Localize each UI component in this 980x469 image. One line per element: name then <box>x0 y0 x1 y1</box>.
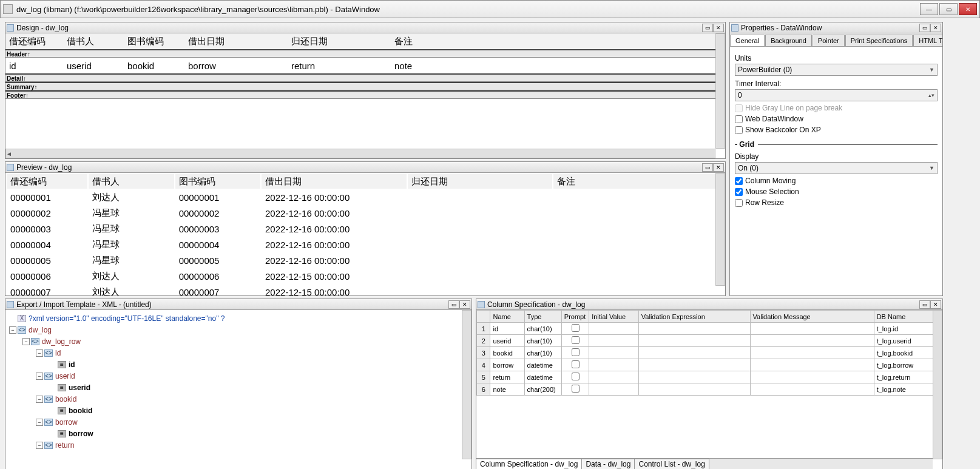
tree-node[interactable]: −<>borrow <box>9 416 468 428</box>
show-backcolor-checkbox[interactable] <box>735 126 743 134</box>
tree-node[interactable]: −<>bookid <box>9 393 468 405</box>
column-header[interactable]: 归还日期 <box>408 174 553 189</box>
column-header[interactable] <box>477 311 490 323</box>
summary-band[interactable]: Summary↑ <box>5 82 725 90</box>
tree-expander[interactable]: − <box>36 419 43 426</box>
close-button[interactable]: ✕ <box>959 3 977 15</box>
tree-expander[interactable]: − <box>22 338 30 345</box>
table-row[interactable]: 3bookidchar(10)t_log.bookid <box>477 347 942 359</box>
header-cell[interactable]: 备注 <box>391 35 512 49</box>
column-header[interactable]: 备注 <box>553 174 724 189</box>
vertical-scrollbar[interactable] <box>715 33 725 149</box>
pane-maximize-button[interactable]: ▭ <box>919 24 930 32</box>
header-band[interactable]: Header↑ <box>5 49 725 58</box>
prompt-checkbox[interactable] <box>572 360 580 368</box>
column-spec-table[interactable]: NameTypePromptInitial ValueValidation Ex… <box>476 310 942 396</box>
horizontal-scrollbar[interactable]: ◄ <box>5 149 715 158</box>
header-cell[interactable]: 借书人 <box>63 35 124 49</box>
pane-close-button[interactable]: ✕ <box>713 163 724 172</box>
tree-node[interactable]: ≡userid <box>9 382 468 393</box>
prompt-checkbox[interactable] <box>572 348 580 356</box>
tree-node[interactable]: −<>id <box>9 347 468 359</box>
prompt-checkbox[interactable] <box>572 324 580 332</box>
table-row[interactable]: 00000004冯星球000000042022-12-16 00:00:00 <box>7 237 724 252</box>
bottom-tab[interactable]: Column Specification - dw_log <box>476 459 582 470</box>
tree-node[interactable]: ≡id <box>9 359 468 370</box>
header-cell[interactable]: 借还编码 <box>5 35 63 49</box>
pane-maximize-button[interactable]: ▭ <box>702 163 713 172</box>
display-dropdown[interactable]: On (0)▼ <box>735 162 938 174</box>
vertical-scrollbar[interactable] <box>933 310 942 459</box>
header-cell[interactable]: 归还日期 <box>288 35 391 49</box>
column-header[interactable]: 借书人 <box>89 174 174 189</box>
tree-node[interactable]: X?xml version="1.0" encoding="UTF-16LE" … <box>9 312 468 324</box>
tab-background[interactable]: Background <box>765 35 812 46</box>
column-header[interactable]: Initial Value <box>589 311 639 323</box>
pane-maximize-button[interactable]: ▭ <box>448 300 459 309</box>
pane-close-button[interactable]: ✕ <box>713 24 724 32</box>
tree-expander[interactable]: − <box>36 442 43 449</box>
tree-node[interactable]: −<>dw_log_row <box>9 336 468 347</box>
column-header[interactable]: Prompt <box>561 311 589 323</box>
tab-general[interactable]: General <box>730 35 765 46</box>
table-row[interactable]: 00000007刘达人000000072022-12-15 00:00:00 <box>7 285 724 295</box>
web-datawindow-checkbox[interactable] <box>735 115 743 123</box>
pane-close-button[interactable]: ✕ <box>459 300 470 309</box>
tree-expander[interactable]: − <box>36 396 43 403</box>
minimize-button[interactable]: — <box>920 3 938 15</box>
detail-band[interactable]: Detail↑ <box>5 73 725 82</box>
table-row[interactable]: 1idchar(10)t_log.id <box>477 323 942 335</box>
table-row[interactable]: 00000003冯星球000000032022-12-16 00:00:00 <box>7 221 724 236</box>
column-header[interactable]: Validation Expression <box>638 311 750 323</box>
table-row[interactable]: 00000006刘达人000000062022-12-15 00:00:00 <box>7 269 724 283</box>
row-resize-checkbox[interactable] <box>735 199 743 207</box>
design-detail-row[interactable]: iduseridbookidborrowreturnnote <box>5 58 725 73</box>
column-header[interactable]: Name <box>490 311 524 323</box>
vertical-scrollbar[interactable] <box>462 310 471 459</box>
table-row[interactable]: 5returndatetimet_log.return <box>477 371 942 383</box>
column-header[interactable]: 图书编码 <box>175 174 260 189</box>
bottom-tab[interactable]: Control List - dw_log <box>634 459 709 470</box>
mouse-selection-checkbox[interactable] <box>735 188 743 196</box>
tree-node[interactable]: −<>userid <box>9 370 468 382</box>
tab-pointer[interactable]: Pointer <box>813 35 845 46</box>
maximize-button[interactable]: ▭ <box>939 3 958 15</box>
tree-node[interactable]: ≡bookid <box>9 405 468 416</box>
column-header[interactable]: DB Name <box>874 311 942 323</box>
detail-cell[interactable]: note <box>391 59 512 72</box>
tree-expander[interactable]: − <box>9 326 16 334</box>
table-row[interactable]: 00000005冯星球000000052022-12-16 00:00:00 <box>7 253 724 268</box>
column-header[interactable]: 借出日期 <box>262 174 407 189</box>
prompt-checkbox[interactable] <box>572 373 580 380</box>
detail-cell[interactable]: return <box>288 59 391 72</box>
column-header[interactable]: 借还编码 <box>7 174 87 189</box>
table-row[interactable]: 4borrowdatetimet_log.borrow <box>477 359 942 371</box>
vertical-scrollbar[interactable] <box>715 173 725 286</box>
tree-node[interactable]: −<>dw_log <box>9 324 468 336</box>
header-cell[interactable]: 借出日期 <box>184 35 288 49</box>
prompt-checkbox[interactable] <box>572 336 580 344</box>
tab-html-table[interactable]: HTML Table <box>913 35 942 46</box>
xml-tree[interactable]: X?xml version="1.0" encoding="UTF-16LE" … <box>5 310 471 453</box>
footer-band[interactable]: Footer↑ <box>5 90 725 99</box>
detail-cell[interactable]: userid <box>63 59 124 72</box>
timer-interval-input[interactable]: 0▴▾ <box>735 89 938 101</box>
table-row[interactable]: 00000002冯星球000000022022-12-16 00:00:00 <box>7 206 724 220</box>
detail-cell[interactable]: id <box>5 59 63 72</box>
detail-cell[interactable]: bookid <box>124 59 184 72</box>
table-row[interactable]: 2useridchar(10)t_log.userid <box>477 335 942 347</box>
table-row[interactable]: 00000001刘达人000000012022-12-16 00:00:00 <box>7 190 724 204</box>
column-header[interactable]: Type <box>524 311 561 323</box>
tree-expander[interactable]: − <box>36 373 43 380</box>
table-row[interactable]: 6notechar(200)t_log.note <box>477 383 942 396</box>
pane-close-button[interactable]: ✕ <box>930 24 941 32</box>
pane-maximize-button[interactable]: ▭ <box>919 300 930 309</box>
header-cell[interactable]: 图书编码 <box>124 35 184 49</box>
tree-node[interactable]: −<>return <box>9 439 468 451</box>
tree-expander[interactable]: − <box>36 349 43 357</box>
column-moving-checkbox[interactable] <box>735 177 743 185</box>
detail-cell[interactable]: borrow <box>184 59 288 72</box>
bottom-tab[interactable]: Data - dw_log <box>581 459 635 470</box>
tree-node[interactable]: ≡borrow <box>9 428 468 439</box>
column-header[interactable]: Validation Message <box>750 311 874 323</box>
